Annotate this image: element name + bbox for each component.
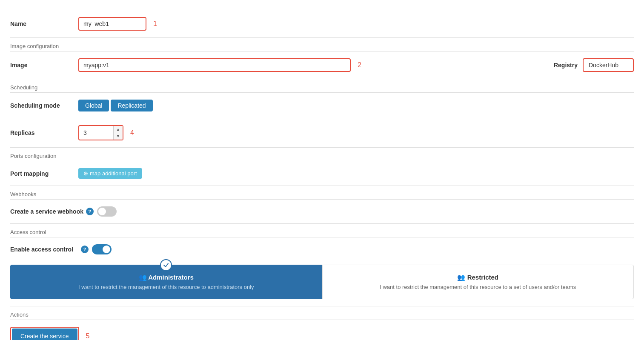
replicas-increment[interactable]: ▲ <box>114 126 123 133</box>
access-control-cards: 👥 Administrators I want to restrict the … <box>10 265 634 299</box>
access-control-label: Enable access control <box>10 246 78 253</box>
replicas-spinner: ▲ ▼ <box>113 126 123 140</box>
create-service-button[interactable]: Create the service <box>12 329 77 340</box>
restricted-card-desc: I want to restrict the management of thi… <box>333 284 624 290</box>
image-input[interactable] <box>78 58 351 72</box>
access-control-heading: Access control <box>10 224 634 237</box>
registry-label: Registry <box>554 62 578 69</box>
name-label: Name <box>10 20 78 27</box>
access-control-toggle[interactable] <box>92 244 112 254</box>
webhook-toggle[interactable] <box>97 206 117 217</box>
scheduling-mode-toggle: Global Replicated <box>78 100 153 111</box>
name-input[interactable] <box>78 17 146 31</box>
restricted-access-card[interactable]: 👥 Restricted I want to restrict the mana… <box>322 265 634 299</box>
plus-icon: ⊕ <box>83 170 88 177</box>
admin-check-circle <box>160 259 172 271</box>
annotation-4: 4 <box>130 129 134 137</box>
webhook-slider <box>97 206 117 217</box>
admin-icon: 👥 <box>139 274 149 281</box>
annotation-1: 1 <box>153 20 157 28</box>
map-port-label: map additional port <box>90 170 137 177</box>
restricted-card-title: 👥 Restricted <box>333 274 624 281</box>
port-mapping-container: ⊕ map additional port <box>78 168 142 179</box>
replicated-mode-button[interactable]: Replicated <box>111 100 152 111</box>
access-control-slider <box>92 244 112 254</box>
admin-card-title: 👥 Administrators <box>21 274 312 281</box>
access-control-help-icon[interactable]: ? <box>81 246 89 253</box>
annotation-5: 5 <box>86 332 90 340</box>
image-label: Image <box>10 62 78 69</box>
create-btn-wrapper: Create the service <box>10 327 79 340</box>
admin-card-desc: I want to restrict the management of thi… <box>21 284 312 290</box>
registry-value: DockerHub <box>583 58 634 72</box>
webhook-label: Create a service webhook <box>10 208 83 215</box>
ports-config-heading: Ports configuration <box>10 148 634 161</box>
replicas-input[interactable] <box>79 127 113 139</box>
restricted-icon: 👥 <box>457 274 467 281</box>
global-mode-button[interactable]: Global <box>78 100 109 111</box>
replicas-decrement[interactable]: ▼ <box>114 133 123 140</box>
scheduling-mode-label: Scheduling mode <box>10 102 78 109</box>
scheduling-heading: Scheduling <box>10 79 634 92</box>
webhook-help-icon[interactable]: ? <box>86 208 94 215</box>
replicas-label: Replicas <box>10 129 78 136</box>
webhooks-heading: Webhooks <box>10 186 634 199</box>
image-config-heading: Image configuration <box>10 38 634 51</box>
map-port-button[interactable]: ⊕ map additional port <box>78 168 142 179</box>
replicas-input-wrapper: ▲ ▼ <box>78 125 123 140</box>
admin-access-card[interactable]: 👥 Administrators I want to restrict the … <box>10 265 322 299</box>
actions-heading: Actions <box>10 306 634 320</box>
port-mapping-label: Port mapping <box>10 170 78 177</box>
annotation-2: 2 <box>358 61 361 69</box>
